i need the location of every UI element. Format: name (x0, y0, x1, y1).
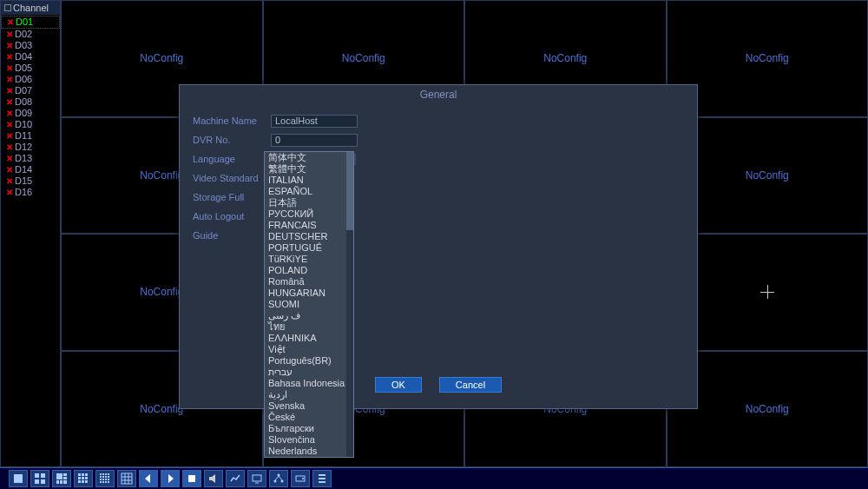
toolbar-nav-next-button[interactable] (161, 470, 180, 487)
language-option[interactable]: Svenska (265, 400, 348, 412)
noconfig-label: NoConfig (140, 403, 183, 415)
language-option[interactable]: Nederlands (265, 446, 348, 457)
toolbar-view-1-button[interactable] (9, 470, 28, 487)
cancel-button[interactable]: Cancel (439, 377, 502, 393)
language-option[interactable]: Български (265, 423, 348, 434)
x-icon: ✕ (6, 119, 13, 130)
language-option[interactable]: اردية (265, 389, 348, 400)
machine-name-label: Machine Name (193, 116, 271, 126)
general-settings-dialog: General Machine Name DVR No. Language EN… (179, 84, 698, 409)
sidebar-header: Channel (1, 1, 60, 15)
dvr-no-input[interactable] (271, 134, 358, 147)
toolbar-chart-button[interactable] (226, 470, 245, 487)
language-option[interactable]: Português(BR) (265, 355, 348, 367)
language-option[interactable]: ESPAÑOL (265, 186, 348, 197)
channel-item-d01[interactable]: ✕D01 (1, 16, 60, 29)
x-icon: ✕ (6, 108, 13, 119)
language-option[interactable]: עברית (265, 367, 348, 378)
channel-item-d05[interactable]: ✕D05 (1, 63, 60, 74)
channel-item-d08[interactable]: ✕D08 (1, 96, 60, 108)
toolbar-view-grid-button[interactable] (117, 470, 136, 487)
svg-rect-32 (100, 481, 102, 483)
channel-label: D01 (16, 17, 33, 28)
language-option[interactable]: РУССКИЙ (265, 208, 348, 220)
svg-rect-30 (105, 479, 107, 480)
svg-rect-31 (108, 479, 109, 480)
header-checkbox-icon[interactable] (4, 4, 11, 11)
x-icon: ✕ (6, 175, 13, 187)
channel-sidebar: Channel ✕D01✕D02✕D03✕D04✕D05✕D06✕D07✕D08… (0, 0, 61, 467)
language-option[interactable]: SUOMI (265, 299, 348, 310)
language-option[interactable]: ف رسی (265, 310, 348, 321)
list-icon (316, 472, 328, 485)
toolbar-view-9-button[interactable] (74, 470, 93, 487)
toolbar-volume-button[interactable] (204, 470, 223, 487)
channel-item-d13[interactable]: ✕D13 (1, 153, 60, 164)
toolbar-view-16-button[interactable] (95, 470, 115, 487)
channel-item-d07[interactable]: ✕D07 (1, 85, 60, 96)
toolbar-nav-prev-button[interactable] (139, 470, 158, 487)
channel-label: D08 (15, 96, 32, 108)
svg-rect-36 (122, 473, 132, 484)
channel-item-d14[interactable]: ✕D14 (1, 164, 60, 175)
language-option[interactable]: DEUTSCHER (265, 231, 348, 242)
channel-label: D04 (15, 51, 32, 63)
svg-rect-20 (100, 473, 102, 475)
svg-rect-16 (85, 477, 88, 479)
channel-label: D09 (15, 108, 32, 119)
toolbar-list-button[interactable] (312, 470, 332, 487)
x-icon: ✕ (6, 187, 13, 198)
ok-button[interactable]: OK (375, 377, 422, 393)
channel-item-d02[interactable]: ✕D02 (1, 29, 60, 40)
svg-rect-5 (56, 473, 62, 479)
svg-point-50 (302, 478, 304, 479)
language-option[interactable]: ไทย (265, 321, 348, 333)
language-dropdown[interactable]: 简体中文繁體中文ITALIANESPAÑOL日本語РУССКИЙFRANCAIS… (264, 151, 354, 458)
language-option[interactable]: 日本語 (265, 197, 348, 208)
x-icon: ✕ (6, 51, 13, 63)
language-option[interactable]: POLAND (265, 265, 348, 276)
language-option[interactable]: HUNGARIAN (265, 287, 348, 299)
channel-item-d04[interactable]: ✕D04 (1, 51, 60, 63)
scrollbar-thumb[interactable] (346, 152, 353, 230)
channel-item-d12[interactable]: ✕D12 (1, 142, 60, 153)
svg-rect-29 (102, 479, 104, 480)
svg-rect-28 (100, 479, 102, 480)
dropdown-scrollbar[interactable] (346, 152, 353, 457)
channel-label: D05 (15, 63, 32, 74)
language-option[interactable]: FRANCAIS (265, 220, 348, 231)
language-option[interactable]: Bahasa Indonesia (265, 378, 348, 389)
toolbar-network-button[interactable] (269, 470, 288, 487)
toolbar-view-4-button[interactable] (30, 470, 49, 487)
svg-rect-34 (105, 481, 107, 483)
noconfig-label: NoConfig (342, 52, 385, 64)
toolbar-view-8-button[interactable] (52, 470, 71, 487)
channel-item-d16[interactable]: ✕D16 (1, 187, 60, 198)
language-option[interactable]: Română (265, 276, 348, 287)
svg-rect-24 (100, 476, 102, 478)
svg-rect-25 (102, 476, 104, 478)
channel-item-d10[interactable]: ✕D10 (1, 119, 60, 130)
language-option[interactable]: 繁體中文 (265, 163, 348, 175)
language-option[interactable]: 简体中文 (265, 152, 348, 163)
channel-item-d09[interactable]: ✕D09 (1, 108, 60, 119)
channel-item-d11[interactable]: ✕D11 (1, 130, 60, 142)
language-option[interactable]: ITALIAN (265, 175, 348, 186)
channel-item-d03[interactable]: ✕D03 (1, 40, 60, 51)
language-option[interactable]: České (265, 412, 348, 423)
toolbar-fullscreen-button[interactable] (182, 470, 201, 487)
channel-item-d06[interactable]: ✕D06 (1, 74, 60, 85)
language-option[interactable]: TüRKiYE (265, 254, 348, 265)
x-icon: ✕ (6, 85, 13, 96)
language-option[interactable]: PORTUGUÊ (265, 242, 348, 254)
x-icon: ✕ (6, 130, 13, 142)
channel-item-d15[interactable]: ✕D15 (1, 175, 60, 187)
language-option[interactable]: Slovenčina (265, 434, 348, 446)
language-option[interactable]: ΕΛΛΗΝΙΚΑ (265, 333, 348, 344)
svg-rect-3 (35, 479, 39, 484)
svg-rect-9 (60, 480, 62, 484)
toolbar-monitor-button[interactable] (247, 470, 266, 487)
machine-name-input[interactable] (271, 115, 358, 128)
language-option[interactable]: Việt (265, 344, 348, 355)
toolbar-storage-button[interactable] (291, 470, 310, 487)
